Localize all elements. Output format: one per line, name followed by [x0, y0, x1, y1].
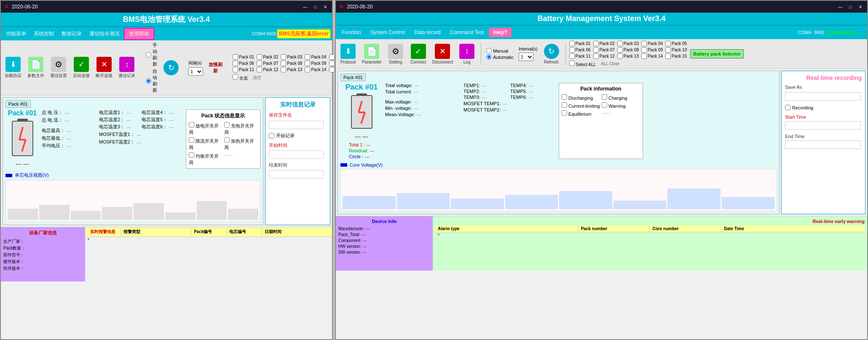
- rw-warning-cb[interactable]: Warning: [602, 102, 640, 109]
- rw-manual-radio[interactable]: Manual: [486, 48, 514, 53]
- rw-discharging-cb[interactable]: Discharging: [562, 94, 600, 101]
- pack-11-cb[interactable]: Pack 11: [233, 67, 254, 72]
- interval-select[interactable]: 125: [188, 67, 203, 76]
- right-maximize-btn[interactable]: □: [847, 3, 854, 10]
- rw-pack-11-cb[interactable]: Pack 11: [569, 53, 591, 59]
- rw-connect-btn[interactable]: ✓ Connect: [408, 42, 429, 66]
- rw-pack-header-tag: Pack #01: [340, 74, 366, 81]
- menu-system-control[interactable]: 系统控制: [30, 29, 57, 39]
- stop-refresh-btn[interactable]: 放慢刷新: [205, 58, 226, 77]
- rw-charging-cb[interactable]: Charging: [602, 94, 640, 101]
- rw-recording-cb[interactable]: Recording: [785, 105, 862, 110]
- left-maximize-btn[interactable]: □: [312, 3, 319, 10]
- refresh-btn[interactable]: ↻: [161, 58, 182, 77]
- pack-02-cb[interactable]: Pack 02: [257, 54, 278, 60]
- rw-pack-06-cb[interactable]: Pack 06: [569, 47, 591, 53]
- charge-sw[interactable]: 充电开关开局: [224, 122, 258, 135]
- discharge-sw[interactable]: 放电开关开局: [189, 122, 222, 135]
- rw-menu-help[interactable]: Help?: [489, 28, 511, 37]
- auto-connect-btn[interactable]: ✓ 启动连接: [71, 55, 92, 80]
- rw-com-status: Connected.........: [827, 29, 865, 35]
- rw-disconnect-btn[interactable]: ✕ Disconnect: [431, 42, 455, 66]
- rw-refresh-btn[interactable]: ↻ Refresh: [541, 42, 562, 66]
- rw-protocol-btn[interactable]: ⬇ Protocol: [338, 42, 359, 66]
- rw-pack-08-cb[interactable]: Pack 08: [617, 47, 639, 53]
- rw-temp1: TEMP1:---: [463, 83, 509, 88]
- rw-pack-04-cb[interactable]: Pack 04: [641, 41, 663, 46]
- rw-pack-13-cb[interactable]: Pack 13: [617, 53, 639, 59]
- right-window-title: 2020-06-20: [347, 4, 837, 10]
- rt-start-input[interactable]: [269, 150, 324, 159]
- right-close-btn2[interactable]: ✕: [857, 3, 864, 10]
- left-menu-bar: 功能菜单 系统控制 数据记录 通信指令测试 使用帮助 COM4 9600 BMS…: [1, 27, 332, 40]
- pack-12-cb[interactable]: Pack 12: [257, 67, 278, 72]
- left-minimize-btn[interactable]: —: [302, 3, 308, 10]
- rw-start-input[interactable]: [785, 121, 861, 130]
- rw-menu-function[interactable]: Function: [338, 28, 365, 37]
- rw-interval-select[interactable]: 125: [519, 53, 533, 61]
- rw-pack-02-cb[interactable]: Pack 02: [593, 41, 615, 46]
- rw-pack-12-cb[interactable]: Pack 12: [593, 53, 615, 59]
- menu-function[interactable]: 功能菜单: [3, 29, 29, 39]
- comm-settings-btn[interactable]: ⚙ 通信设置: [48, 55, 69, 80]
- rw-all-clear-btn[interactable]: ALL Clear: [601, 61, 619, 66]
- mosfet1-row: MOSFET温度1：---: [99, 131, 183, 138]
- rw-pack-05-cb[interactable]: Pack 05: [665, 41, 687, 46]
- rw-pack-15-cb[interactable]: Pack 15: [665, 53, 687, 59]
- rw-com-baud: 9600: [814, 30, 824, 35]
- load-protocol-btn[interactable]: ⬇ 加载协议: [3, 55, 24, 80]
- rw-dash: ------: [602, 110, 640, 117]
- rw-pack-07-cb[interactable]: Pack 07: [593, 47, 615, 53]
- menu-command-test[interactable]: 通信指令测试: [86, 29, 123, 39]
- rw-parameter-btn[interactable]: 📄 Parameter: [360, 42, 383, 66]
- pack-07-cb[interactable]: Pack 07: [257, 61, 278, 66]
- rw-total-current: Total current: ---: [385, 89, 461, 94]
- left-close-btn2[interactable]: ✕: [322, 3, 329, 10]
- rw-setting-btn[interactable]: ⚙ Setting: [385, 42, 406, 66]
- pack-08-cb[interactable]: Pack 08: [281, 61, 302, 66]
- pack-06-cb[interactable]: Pack 06: [233, 61, 254, 66]
- rw-save-input[interactable]: [785, 92, 861, 101]
- menu-help[interactable]: 使用帮助: [124, 28, 154, 40]
- pack-14-cb[interactable]: Pack 14: [305, 67, 326, 72]
- rw-menu-command[interactable]: Command Test: [446, 28, 488, 37]
- rw-pack-14-cb[interactable]: Pack 14: [641, 53, 663, 59]
- rw-equilibrium-cb[interactable]: Equilibrium: [562, 110, 600, 117]
- clear-btn[interactable]: 清空: [253, 75, 261, 81]
- rw-end-input[interactable]: [785, 141, 861, 149]
- right-minimize-btn[interactable]: —: [837, 3, 844, 10]
- param-file-btn[interactable]: 📄 参数文件: [25, 55, 46, 80]
- left-close-btn[interactable]: ✕: [4, 4, 8, 10]
- auto-refresh-radio[interactable]: 自动刷新: [146, 68, 157, 93]
- rw-menu-system[interactable]: System Control: [366, 28, 409, 37]
- rw-alarm-type-header: Alarm type: [435, 226, 579, 232]
- disconnect-btn[interactable]: ✕ 断开连接: [94, 55, 115, 80]
- pack-13-cb[interactable]: Pack 13: [281, 67, 302, 72]
- rt-save-input[interactable]: [269, 121, 324, 129]
- pack-04-cb[interactable]: Pack 04: [305, 54, 326, 60]
- rt-start-label: 开始时间: [269, 142, 327, 149]
- select-all-cb[interactable]: 全选: [233, 74, 248, 81]
- rw-pack-03-cb[interactable]: Pack 03: [617, 41, 639, 46]
- manual-refresh-radio[interactable]: 手动刷新: [146, 42, 157, 67]
- rw-menu-data[interactable]: Data record: [410, 28, 445, 37]
- rw-pack-09-cb[interactable]: Pack 09: [641, 47, 663, 53]
- rw-pack-10-cb[interactable]: Pack 10: [665, 47, 687, 53]
- rw-current-limiting-cb[interactable]: Current-limiting: [562, 102, 600, 109]
- right-close-btn[interactable]: ✕: [339, 4, 343, 10]
- rt-end-input[interactable]: [269, 170, 324, 178]
- pack-03-cb[interactable]: Pack 03: [281, 54, 302, 60]
- current-limit-sw[interactable]: 限流开关开局: [189, 137, 222, 151]
- rw-auto-radio[interactable]: Automatic: [486, 54, 514, 60]
- rw-select-all-cb[interactable]: Select ALL: [569, 61, 596, 67]
- pack-01-cb[interactable]: Pack 01: [233, 54, 254, 60]
- heat-sw[interactable]: 加热开关开局: [224, 137, 258, 151]
- rw-battery-selector-btn[interactable]: Battery pack Selector: [689, 48, 745, 60]
- menu-data-record[interactable]: 数据记录: [58, 29, 85, 39]
- rw-pack-01-cb[interactable]: Pack 01: [569, 41, 591, 46]
- rw-log-btn[interactable]: ↕ Log: [456, 42, 477, 66]
- rt-recording-cb[interactable]: 开始记录: [269, 133, 327, 139]
- comm-log-btn[interactable]: ↕ 通信记录: [116, 55, 137, 80]
- balance-sw[interactable]: 均衡开关开局: [189, 152, 222, 166]
- pack-09-cb[interactable]: Pack 09: [305, 61, 326, 66]
